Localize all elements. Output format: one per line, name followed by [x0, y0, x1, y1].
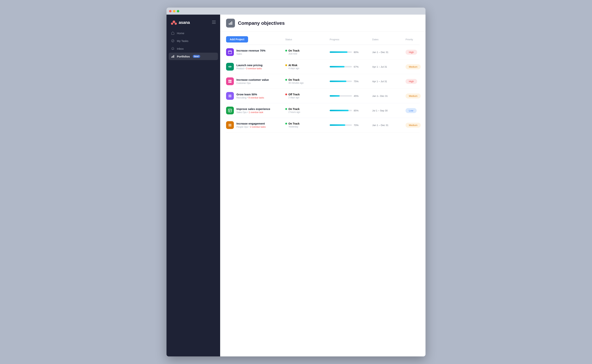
check-icon	[171, 39, 175, 43]
table-row[interactable]: Improve sales experience Sales Ops • 1 o…	[226, 103, 420, 118]
project-name: Increase customer value	[236, 78, 269, 81]
svg-rect-35	[229, 124, 231, 124]
svg-rect-9	[174, 55, 174, 58]
project-category: People Ops • 2 overdue tasks	[236, 126, 266, 128]
logo-area: asana	[167, 18, 220, 29]
project-category: Recruiting • 9 overdue tasks	[236, 97, 264, 99]
projects-list: Increase revenue 70% Sales On Track Just…	[226, 45, 420, 132]
portfolio-icon	[171, 54, 175, 58]
table-row[interactable]: Increase engagement People Ops • 2 overd…	[226, 118, 420, 132]
project-info: Launch new pricing Product • 3 overdue t…	[226, 63, 285, 71]
sidebar-item-inbox[interactable]: Inbox	[169, 45, 218, 52]
svg-rect-27	[229, 95, 231, 95]
dates-cell: Jan 1 – Dec 31	[372, 124, 405, 127]
progress-bar-fill	[330, 51, 347, 53]
priority-badge: High	[405, 79, 417, 84]
sidebar-item-my-tasks[interactable]: My Tasks	[169, 37, 218, 45]
progress-bar-bg	[330, 124, 352, 126]
svg-rect-8	[173, 56, 173, 58]
status-badge: At Risk	[285, 64, 330, 67]
status-time: Just now	[289, 52, 330, 55]
progress-percentage: 85%	[354, 109, 360, 112]
hamburger-menu[interactable]	[212, 21, 216, 24]
status-text: On Track	[289, 122, 300, 125]
svg-point-6	[171, 39, 174, 42]
status-dot	[285, 108, 287, 110]
progress-bar-bg	[330, 95, 352, 97]
status-column-header: Status	[285, 38, 330, 41]
add-project-button[interactable]: Add Project	[226, 36, 248, 43]
status-badge: On Track	[285, 49, 330, 52]
progress-bar-fill	[330, 95, 340, 97]
svg-point-2	[175, 23, 177, 25]
status-dot	[285, 93, 287, 95]
close-button[interactable]	[169, 10, 171, 12]
project-name: Grow team 50%	[236, 93, 264, 96]
project-info: Increase customer value Customer Ops	[226, 78, 285, 85]
svg-rect-15	[229, 51, 229, 51]
progress-bar-fill	[330, 124, 345, 126]
project-info: Increase engagement People Ops • 2 overd…	[226, 121, 285, 129]
svg-point-1	[171, 23, 173, 25]
sidebar-nav: Home My Tasks	[167, 29, 220, 60]
priority-cell: Low	[405, 108, 425, 113]
svg-rect-21	[229, 80, 230, 81]
status-badge: Off Track	[285, 93, 330, 96]
bell-icon	[171, 47, 175, 51]
progress-bar-fill	[330, 81, 346, 82]
sidebar-item-inbox-label: Inbox	[177, 47, 184, 50]
progress-bar-bg	[330, 66, 352, 67]
svg-point-0	[173, 20, 175, 23]
progress-cell: 80%	[330, 51, 372, 54]
table-row[interactable]: Increase revenue 70% Sales On Track Just…	[226, 45, 420, 59]
priority-badge: Low	[405, 108, 417, 113]
priority-cell: Medium	[405, 123, 425, 128]
status-cell: On Track 30 minutes ago	[285, 78, 330, 84]
table-row[interactable]: Launch new pricing Product • 3 overdue t…	[226, 59, 420, 74]
main-content-area: Company objectives Add Project Status Pr…	[220, 15, 425, 357]
status-text: Off Track	[289, 93, 300, 96]
progress-bar-bg	[330, 81, 352, 82]
project-name: Improve sales experience	[236, 107, 270, 110]
svg-rect-16	[230, 51, 231, 51]
dates-cell: Jan 1– Dec 31	[372, 95, 405, 97]
dates-cell: Apr 1 – Jul 31	[372, 80, 405, 83]
status-dot	[285, 79, 287, 81]
projects-section: Add Project Status Progress Dates Priori…	[220, 32, 425, 357]
status-badge: On Track	[285, 122, 330, 125]
dates-cell: Jul 1 – Sep 30	[372, 109, 405, 112]
page-title: Company objectives	[238, 20, 285, 26]
priority-cell: Medium	[405, 93, 425, 98]
project-icon	[226, 48, 234, 56]
status-cell: On Track Yesterday	[285, 122, 330, 128]
progress-percentage: 80%	[354, 51, 360, 54]
project-category: Product • 3 overdue tasks	[236, 67, 262, 70]
status-dot	[285, 64, 287, 66]
project-icon	[226, 63, 234, 71]
svg-rect-28	[229, 96, 231, 96]
progress-percentage: 45%	[354, 95, 360, 97]
priority-badge: High	[405, 50, 417, 55]
priority-badge: Medium	[405, 123, 421, 128]
table-row[interactable]: Grow team 50% Recruiting • 9 overdue tas…	[226, 89, 420, 103]
progress-cell: 75%	[330, 80, 372, 83]
progress-cell: 70%	[330, 124, 372, 127]
sidebar-item-home[interactable]: Home	[169, 29, 218, 37]
maximize-button[interactable]	[177, 10, 179, 12]
table-row[interactable]: Increase customer value Customer Ops On …	[226, 74, 420, 89]
minimize-button[interactable]	[173, 10, 175, 12]
dates-cell: Jan 1 – Dec 31	[372, 51, 405, 54]
status-time: 4 days ago	[289, 67, 330, 70]
priority-column-header: Priority	[405, 38, 425, 41]
status-cell: Off Track 2 days ago	[285, 93, 330, 99]
page-icon	[226, 19, 235, 27]
priority-badge: Medium	[405, 93, 421, 98]
svg-rect-24	[230, 81, 231, 83]
progress-bar-fill	[330, 110, 349, 111]
status-time: 2 days ago	[289, 96, 330, 99]
svg-rect-14	[228, 51, 232, 54]
progress-percentage: 75%	[354, 80, 360, 83]
svg-rect-36	[229, 125, 231, 125]
project-name: Increase engagement	[236, 122, 266, 125]
sidebar-item-portfolios[interactable]: Portfolios New!	[169, 53, 218, 60]
